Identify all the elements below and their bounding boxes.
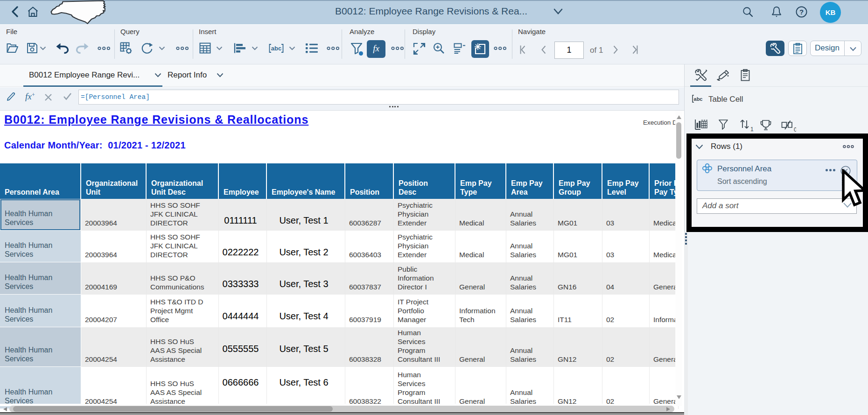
svg-text:abc: abc: [271, 45, 281, 52]
svg-text:abc: abc: [694, 96, 703, 102]
svg-text:0: 0: [794, 127, 796, 132]
svg-text:?: ?: [799, 8, 804, 16]
svg-text:1: 1: [750, 126, 754, 132]
